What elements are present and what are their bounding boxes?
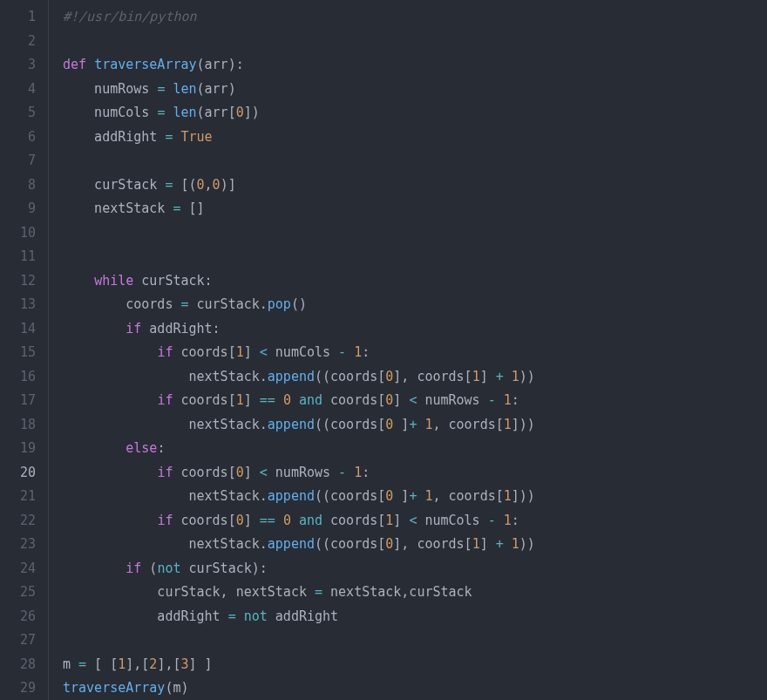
token: traverseArray (63, 680, 165, 696)
code-line[interactable] (63, 629, 535, 653)
line-number: 9 (0, 197, 36, 221)
code-line[interactable]: if coords[1] == 0 and coords[0] < numRow… (63, 389, 535, 413)
code-line[interactable]: def traverseArray(arr): (63, 53, 535, 78)
token: numRows (63, 81, 157, 97)
token: + (496, 536, 504, 552)
token: )) (519, 369, 535, 384)
token: nextStack. (63, 369, 268, 384)
token: ] (244, 392, 260, 408)
token (393, 417, 401, 432)
token: append (268, 369, 315, 384)
token: ] ] (189, 656, 213, 672)
code-line[interactable] (63, 149, 535, 173)
token: - (338, 344, 346, 360)
line-number: 17 (0, 389, 36, 413)
code-line[interactable]: curStack = [(0,0)] (63, 173, 535, 198)
token: coords[ (173, 392, 235, 408)
token: [( (173, 177, 196, 193)
token: numCols (417, 513, 487, 528)
token: ], coords[ (393, 536, 472, 552)
code-line[interactable]: else: (63, 437, 535, 461)
token: : (512, 392, 519, 408)
token: coords[ (173, 344, 235, 360)
line-number: 15 (0, 341, 36, 365)
token (291, 392, 299, 408)
code-line[interactable]: addRight = not addRight (63, 605, 535, 629)
token: arr (205, 57, 228, 72)
code-line[interactable] (63, 221, 535, 246)
token: 0 (283, 513, 291, 528)
token: = (228, 608, 236, 624)
code-line[interactable]: coords = curStack.pop() (63, 293, 535, 317)
code-line[interactable]: curStack, nextStack = nextStack,curStack (63, 581, 535, 605)
line-number: 13 (0, 293, 36, 317)
token: traverseArray (94, 57, 196, 72)
code-line[interactable]: if coords[0] == 0 and coords[1] < numCol… (63, 509, 535, 533)
line-number: 24 (0, 557, 36, 581)
token: 0 (385, 536, 393, 552)
token: : (157, 440, 165, 456)
token: numRows (268, 465, 338, 480)
token: if (157, 513, 173, 528)
code-line[interactable]: nextStack.append((coords[0 ]+ 1, coords[… (63, 413, 535, 438)
token: and (299, 392, 322, 408)
token: if (126, 321, 141, 336)
token: == (260, 392, 275, 408)
line-number: 5 (0, 101, 36, 126)
code-line[interactable]: numRows = len(arr) (63, 78, 535, 102)
code-line[interactable]: if addRight: (63, 317, 535, 342)
code-line[interactable]: addRight = True (63, 126, 535, 150)
token: 0 (236, 105, 244, 120)
code-editor[interactable]: 1234567891011121314151617181920212223242… (0, 0, 767, 700)
token: : (512, 513, 519, 528)
code-area[interactable]: #!/usr/bin/pythondef traverseArray(arr):… (49, 0, 535, 700)
code-line[interactable]: nextStack = [] (63, 197, 535, 221)
code-line[interactable] (63, 30, 535, 54)
token: + (496, 369, 504, 384)
token: )] (221, 177, 236, 193)
line-number: 16 (0, 365, 36, 390)
code-line[interactable]: nextStack.append((coords[0], coords[1] +… (63, 533, 535, 557)
token: coords[ (173, 513, 235, 528)
line-number: 27 (0, 629, 36, 653)
token: ])) (512, 417, 535, 432)
code-line[interactable]: #!/usr/bin/python (63, 5, 535, 30)
line-number: 19 (0, 437, 36, 461)
line-number: 12 (0, 269, 36, 294)
token (63, 465, 157, 480)
token: addRight: (141, 321, 220, 336)
token (504, 369, 512, 384)
token: 3 (180, 656, 188, 672)
token (63, 440, 126, 456)
code-line[interactable]: while curStack: (63, 269, 535, 294)
line-number: 22 (0, 509, 36, 533)
token: ((coords[ (315, 369, 385, 384)
code-line[interactable]: if (not curStack): (63, 557, 535, 581)
token: 1 (236, 392, 244, 408)
code-line[interactable]: if coords[0] < numRows - 1: (63, 461, 535, 486)
token: 1 (512, 369, 519, 384)
token: coords (63, 296, 180, 312)
token: ] (480, 369, 496, 384)
token: ],[ (157, 656, 180, 672)
token: curStack (63, 177, 165, 193)
token: append (268, 417, 315, 432)
code-line[interactable] (63, 245, 535, 269)
token: [] (180, 200, 204, 216)
code-line[interactable]: nextStack.append((coords[0], coords[1] +… (63, 365, 535, 390)
code-line[interactable]: traverseArray(m) (63, 676, 535, 700)
code-line[interactable]: numCols = len(arr[0]) (63, 101, 535, 126)
line-number: 10 (0, 221, 36, 246)
token: nextStack (63, 200, 173, 216)
code-line[interactable]: if coords[1] < numCols - 1: (63, 341, 535, 365)
token: [ [ (86, 656, 118, 672)
token: 1 (354, 465, 362, 480)
token: (arr[ (197, 105, 236, 120)
code-line[interactable]: nextStack.append((coords[0 ]+ 1, coords[… (63, 485, 535, 509)
token: () (291, 296, 307, 312)
token: else (126, 440, 157, 456)
code-line[interactable]: m = [ [1],[2],[3] ] (63, 653, 535, 677)
token: ]) (244, 105, 260, 120)
token: ],[ (126, 656, 149, 672)
token: < (260, 344, 268, 360)
